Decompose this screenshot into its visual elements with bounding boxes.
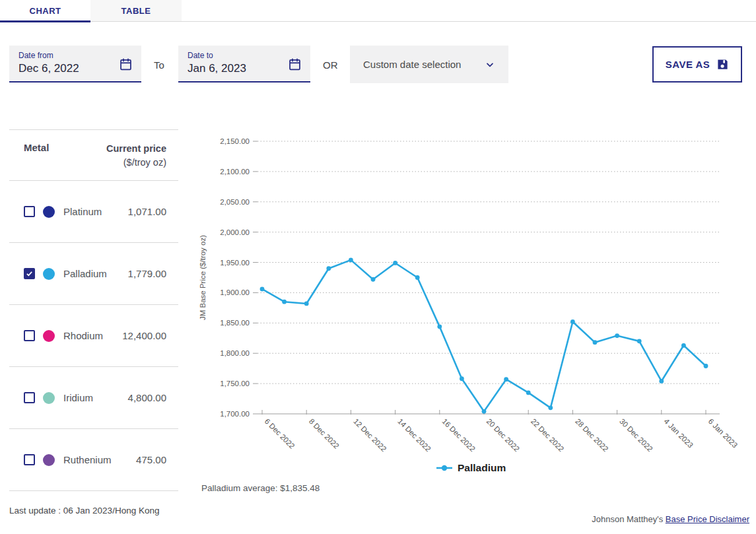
base-price-disclaimer-link[interactable]: Base Price Disclaimer [666,514,749,524]
metal-row-rhodium[interactable]: Rhodium 12,400.00 [9,305,178,367]
save-as-button[interactable]: SAVE AS [652,46,742,83]
metal-name: Rhodium [63,330,103,341]
last-update-text: Last update : 06 Jan 2023/Hong Kong [9,506,159,516]
tab-chart[interactable]: CHART [0,0,90,21]
legend-label: Palladium [458,462,506,474]
svg-text:2,050.00: 2,050.00 [220,198,250,206]
metals-panel: Metal Current price ($/troy oz) Platinum… [9,129,178,491]
tab-table[interactable]: TABLE [90,0,182,21]
tab-bar-divider [90,21,756,22]
disclaimer: Johnson Matthey's Base Price Disclaimer [592,514,749,524]
metal-checkbox[interactable] [24,206,35,217]
svg-text:6 Jan 2023: 6 Jan 2023 [707,417,739,450]
svg-text:22 Dec 2022: 22 Dec 2022 [530,417,566,453]
calendar-icon[interactable] [119,57,133,71]
svg-text:8 Dec 2022: 8 Dec 2022 [308,417,341,450]
metal-column-header: Metal [24,142,49,153]
metal-row-platinum[interactable]: Platinum 1,071.00 [9,181,178,243]
metal-price: 1,779.00 [128,268,166,279]
metal-price: 12,400.00 [122,330,166,341]
line-chart-canvas: 1,700.001,750.001,800.001,850.001,900.00… [195,129,756,460]
date-to-value: Jan 6, 2023 [188,62,301,75]
calendar-icon[interactable] [288,57,302,71]
to-label: To [154,59,164,71]
svg-text:JM Base Price ($/troy oz): JM Base Price ($/troy oz) [199,235,207,320]
metals-header: Metal Current price ($/troy oz) [9,130,178,181]
metal-color-dot [43,454,55,466]
line-dot-marker [436,464,453,472]
metal-checkbox[interactable] [24,268,35,279]
metal-prices-page: CHART TABLE Date from Dec 6, 2022 To Dat… [0,0,756,534]
metal-row-iridium[interactable]: Iridium 4,800.00 [9,367,178,429]
or-label: OR [323,59,338,71]
svg-text:12 Dec 2022: 12 Dec 2022 [352,417,388,453]
svg-text:28 Dec 2022: 28 Dec 2022 [574,417,610,453]
metal-name: Iridium [63,392,93,403]
svg-text:6 Dec 2022: 6 Dec 2022 [263,417,296,450]
date-to-field[interactable]: Date to Jan 6, 2023 [178,46,310,83]
chevron-down-icon [485,59,495,70]
metal-color-dot [43,206,55,218]
average-label: Palladium average: $1,835.48 [201,483,320,493]
svg-text:30 Dec 2022: 30 Dec 2022 [618,417,654,453]
date-from-label: Date from [18,51,132,60]
svg-text:1,750.00: 1,750.00 [220,380,250,387]
save-as-label: SAVE AS [666,59,710,70]
metal-name: Platinum [63,206,102,217]
date-from-value: Dec 6, 2022 [18,62,132,75]
metal-price: 1,071.00 [128,206,166,217]
metal-checkbox[interactable] [24,330,35,341]
price-column-header: Current price ($/troy oz) [106,142,166,170]
metal-price: 475.00 [136,454,166,465]
metal-checkbox[interactable] [24,392,35,403]
metal-name: Palladium [63,268,107,279]
date-to-label: Date to [188,51,301,60]
metal-color-dot [43,392,55,404]
floppy-disk-icon [716,58,729,71]
chart-legend[interactable]: Palladium [436,462,506,474]
date-from-field[interactable]: Date from Dec 6, 2022 [9,46,141,83]
svg-text:1,700.00: 1,700.00 [220,410,250,418]
svg-text:1,850.00: 1,850.00 [220,319,250,327]
svg-text:14 Dec 2022: 14 Dec 2022 [396,417,432,453]
svg-text:16 Dec 2022: 16 Dec 2022 [440,417,477,453]
dropdown-selected-value: Custom date selection [363,59,485,70]
disclaimer-prefix: Johnson Matthey's [592,514,666,524]
svg-text:4 Jan 2023: 4 Jan 2023 [662,417,695,450]
svg-text:2,100.00: 2,100.00 [220,168,250,176]
metal-checkbox[interactable] [24,454,35,465]
metal-color-dot [43,268,55,280]
metal-row-palladium[interactable]: Palladium 1,779.00 [9,243,178,305]
svg-text:1,900.00: 1,900.00 [220,288,250,296]
svg-text:1,950.00: 1,950.00 [220,259,250,267]
price-chart: 1,700.001,750.001,800.001,850.001,900.00… [195,129,756,498]
active-tab-underline [0,20,90,22]
svg-text:2,000.00: 2,000.00 [220,228,250,236]
svg-text:1,800.00: 1,800.00 [220,349,250,357]
tab-bar: CHART TABLE [0,0,756,22]
metal-row-ruthenium[interactable]: Ruthenium 475.00 [9,429,178,491]
metal-price: 4,800.00 [128,392,166,403]
svg-text:20 Dec 2022: 20 Dec 2022 [485,417,522,453]
date-preset-dropdown[interactable]: Custom date selection [350,46,508,83]
metal-name: Ruthenium [63,454,112,465]
metal-color-dot [43,330,55,342]
svg-text:2,150.00: 2,150.00 [220,137,250,145]
